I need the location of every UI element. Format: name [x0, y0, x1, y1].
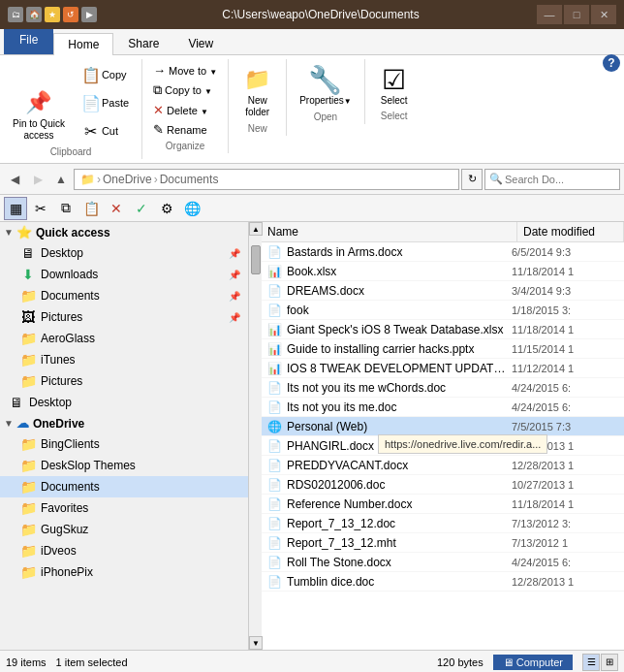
file-row[interactable]: 📄 Roll The Stone.docx 4/24/2015 6:: [262, 553, 624, 572]
sidebar-item-desktop1[interactable]: 🖥 Desktop 📌: [0, 242, 248, 264]
file-row[interactable]: 📄 PREDDYVACANT.docx 12/28/2013 1: [262, 456, 624, 475]
search-box: 🔍: [484, 169, 620, 190]
sidebar-item-documents1[interactable]: 📁 Documents 📌: [0, 285, 248, 306]
tab-file[interactable]: File: [4, 29, 53, 54]
address-path[interactable]: 📁 › OneDrive › Documents: [74, 169, 459, 190]
sidebar-scroll-up[interactable]: ▲: [249, 222, 263, 236]
desktop-icon: 🖥: [19, 245, 37, 261]
documents-icon1: 📁: [19, 288, 37, 304]
file-list: 📄 Bastards in Arms.docx 6/5/2014 9:3 📊 B…: [262, 242, 624, 650]
copy-to-label: Copy to ▼: [165, 84, 212, 96]
cut-button[interactable]: ✂ Cut: [74, 117, 136, 144]
file-name: RDS02012006.doc: [287, 478, 512, 492]
rename-button[interactable]: ✎ Rename: [148, 120, 212, 139]
file-row[interactable]: 📄 Its not you its me.doc 4/24/2015 6:: [262, 398, 624, 417]
close-button[interactable]: ✕: [591, 5, 616, 24]
delete-toolbar-button[interactable]: ✕: [105, 197, 128, 220]
sidebar-item-gugskuz[interactable]: 📁 GugSkuz: [0, 519, 248, 540]
desktop2-icon: 🖥: [8, 395, 25, 410]
file-row[interactable]: 📄 DREAMS.docx 3/4/2014 9:3: [262, 281, 624, 301]
file-icon: 📄: [267, 497, 283, 511]
delete-button[interactable]: ✕ Delete ▼: [148, 101, 213, 119]
new-folder-label: Newfolder: [245, 95, 269, 118]
properties-button[interactable]: 🔧 Properties▼: [293, 61, 359, 110]
sidebar-scroll-down[interactable]: ▼: [249, 636, 263, 650]
back-button[interactable]: ◀: [4, 169, 25, 190]
date-column-header[interactable]: Date modified: [517, 222, 624, 241]
sidebar-item-downloads[interactable]: ⬇ Downloads 📌: [0, 264, 248, 285]
grid-view-button[interactable]: ▦: [4, 197, 27, 220]
file-row[interactable]: 📊 Giant Speck's iOS 8 Tweak Database.xls…: [262, 320, 624, 339]
ribbon-content: 📌 Pin to Quickaccess 📋 Copy 📄 Paste ✂ Cu…: [0, 54, 624, 163]
sidebar-item-desklop-themes[interactable]: 📁 DeskSlop Themes: [0, 455, 248, 476]
quick-launch-icon3: ★: [45, 7, 60, 22]
sidebar-scroll-thumb[interactable]: [251, 245, 261, 274]
file-date: 12/28/2013 1: [512, 576, 618, 588]
sidebar-item-pictures2[interactable]: 📁 Pictures: [0, 370, 248, 392]
tab-view[interactable]: View: [173, 32, 228, 54]
file-row[interactable]: 📄 Report_7_13_12.doc 7/13/2012 3:: [262, 514, 624, 533]
file-row[interactable]: 📄 fook 1/18/2015 3:: [262, 301, 624, 320]
copy-to-button[interactable]: ⧉ Copy to ▼: [148, 80, 217, 100]
maximize-button[interactable]: □: [564, 5, 589, 24]
computer-icon: 🖥: [503, 656, 514, 668]
props-toolbar-button[interactable]: ⚙: [155, 197, 178, 220]
cut-toolbar-button[interactable]: ✂: [29, 197, 52, 220]
sidebar-item-documents2[interactable]: 📁 Documents: [0, 476, 248, 497]
name-column-header[interactable]: Name: [262, 222, 517, 241]
tab-share[interactable]: Share: [113, 32, 173, 54]
search-input[interactable]: [505, 174, 615, 185]
sidebar-scrollbar: ▲ ▼: [248, 222, 262, 650]
onedrive-header[interactable]: ▼ ☁ OneDrive: [0, 413, 248, 433]
sidebar-item-desktop2[interactable]: 🖥 Desktop: [0, 392, 248, 413]
help-icon[interactable]: ?: [603, 54, 620, 72]
file-date: 7/5/2015 7:3: [512, 421, 618, 432]
large-icons-button[interactable]: ⊞: [601, 654, 618, 671]
file-date: 11/18/2014 1: [512, 324, 618, 336]
sidebar-item-bingclients[interactable]: 📁 BingClients: [0, 433, 248, 455]
file-row[interactable]: 📊 Book.xlsx 11/18/2014 1: [262, 262, 624, 281]
minimize-button[interactable]: —: [537, 5, 562, 24]
copy-toolbar-button[interactable]: ⧉: [54, 197, 78, 220]
properties-icon: 🔧: [310, 64, 341, 95]
sidebar-item-favorites[interactable]: 📁 Favorites: [0, 497, 248, 519]
refresh-button[interactable]: ↻: [461, 169, 483, 190]
file-row[interactable]: 📄 RDS02012006.doc 10/27/2013 1: [262, 475, 624, 495]
file-name: Bastards in Arms.docx: [287, 245, 512, 259]
details-view-button[interactable]: ☰: [582, 654, 600, 671]
ribbon-group-new: 📁 Newfolder New: [229, 59, 287, 136]
sidebar-item-pictures1[interactable]: 🖼 Pictures 📌: [0, 306, 248, 328]
file-row[interactable]: 📄 Bastards in Arms.docx 6/5/2014 9:3: [262, 242, 624, 262]
up-button[interactable]: ▲: [50, 169, 72, 190]
quick-access-header[interactable]: ▼ ⭐ Quick access: [0, 222, 248, 242]
sidebar-item-iphonepix[interactable]: 📁 iPhonePix: [0, 561, 248, 583]
file-row[interactable]: 📄 Report_7_13_12.mht 7/13/2012 1: [262, 533, 624, 553]
file-row[interactable]: 📄 Its not you its me wChords.doc 4/24/20…: [262, 378, 624, 398]
file-icon: 📄: [267, 459, 283, 472]
sidebar-scroll-track: [249, 236, 262, 636]
file-icon: 📄: [267, 478, 283, 492]
move-to-button[interactable]: → Move to ▼: [148, 61, 222, 80]
file-row[interactable]: 📄 Tumblin dice.doc 12/28/2013 1: [262, 572, 624, 592]
personal-web-row[interactable]: 🌐 Personal (Web) 7/5/2015 7:3 https://on…: [262, 417, 624, 436]
quick-access-label: Quick access: [36, 226, 110, 240]
paste-button[interactable]: 📄 Paste: [74, 89, 136, 116]
file-row[interactable]: 📊 Guide to installing carrier hacks.pptx…: [262, 339, 624, 359]
check-toolbar-button[interactable]: ✓: [130, 197, 153, 220]
file-row[interactable]: 📊 IOS 8 TWEAK DEVELOPMENT UPDATE.xlsx 11…: [262, 359, 624, 378]
tab-home[interactable]: Home: [53, 33, 113, 55]
copy-button[interactable]: 📋 Copy: [74, 61, 136, 88]
pin-to-quick-access-button[interactable]: 📌 Pin to Quickaccess: [6, 84, 72, 144]
globe-toolbar-button[interactable]: 🌐: [180, 197, 203, 220]
forward-button[interactable]: ▶: [27, 169, 48, 190]
select-button[interactable]: ☑ Select: [372, 61, 417, 109]
paste-toolbar-button[interactable]: 📋: [79, 197, 103, 220]
sidebar-item-aeroglass[interactable]: 📁 AeroGlass: [0, 328, 248, 349]
file-name: PREDDYVACANT.docx: [287, 459, 512, 472]
new-folder-button[interactable]: 📁 Newfolder: [235, 61, 280, 121]
file-row[interactable]: 📄 Reference Number.docx 11/18/2014 1: [262, 495, 624, 514]
move-to-label: Move to ▼: [169, 65, 217, 77]
favorites-icon: 📁: [19, 500, 37, 516]
sidebar-item-itunes[interactable]: 📁 iTunes: [0, 349, 248, 370]
sidebar-item-idveos[interactable]: 📁 iDveos: [0, 540, 248, 561]
